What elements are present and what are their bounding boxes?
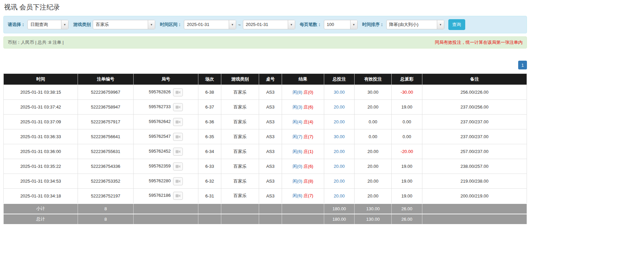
cell-game-type: 百家乐 bbox=[221, 100, 259, 115]
cell-round: 595762733 bbox=[134, 100, 198, 115]
cell-table-no: AS3 bbox=[259, 144, 282, 159]
result-player: 闲(6) bbox=[292, 193, 302, 198]
subtotal-valid-bet: 130.00 bbox=[355, 204, 392, 214]
round-number: 595762826 bbox=[149, 89, 171, 94]
cell-result: 闲(6) 庄(7) bbox=[282, 189, 324, 204]
cell-session: 6-38 bbox=[198, 85, 221, 100]
empty-cell bbox=[259, 214, 282, 224]
cell-payout: -30.00 bbox=[392, 85, 422, 100]
chevron-down-icon[interactable]: ▼ bbox=[148, 20, 155, 29]
cell-remark: 257.00/237.00 bbox=[422, 144, 527, 159]
date-to-input[interactable]: 2025-01-31 ▼ bbox=[243, 20, 295, 29]
video-camera-icon bbox=[175, 105, 180, 109]
empty-cell bbox=[422, 204, 527, 214]
time-sort-select[interactable]: 降幂(由大到小) ▼ bbox=[386, 20, 444, 29]
table-row: 2025-01-31 03:37:09 522236757917 5957626… bbox=[4, 115, 527, 129]
cell-total-bet: 30.00 bbox=[324, 129, 355, 144]
round-number: 595762186 bbox=[149, 193, 171, 198]
query-type-select[interactable]: 日期查询 ▼ bbox=[27, 20, 68, 29]
cell-bet-id: 522236756641 bbox=[78, 129, 134, 144]
total-bet-link[interactable]: 30.00 bbox=[334, 90, 345, 95]
cell-time: 2025-01-31 03:37:09 bbox=[4, 115, 78, 129]
column-header: 场次 bbox=[198, 74, 221, 85]
empty-cell bbox=[422, 214, 527, 224]
total-total-bet: 180.00 bbox=[324, 214, 355, 224]
round-number: 595762547 bbox=[149, 134, 171, 139]
cell-payout: 0.00 bbox=[392, 115, 422, 129]
cell-bet-id: 522236753352 bbox=[78, 174, 134, 189]
chevron-down-icon[interactable]: ▼ bbox=[61, 20, 68, 29]
cell-round: 595762547 bbox=[134, 129, 198, 144]
cell-total-bet: 20.00 bbox=[324, 115, 355, 129]
per-page-select[interactable]: 100 ▼ bbox=[324, 20, 358, 29]
chevron-down-icon[interactable]: ▼ bbox=[229, 20, 236, 29]
video-replay-button[interactable] bbox=[173, 103, 183, 111]
cell-table-no: AS3 bbox=[259, 189, 282, 204]
cell-valid-bet: 0.00 bbox=[355, 129, 392, 144]
cell-session: 6-34 bbox=[198, 144, 221, 159]
cell-valid-bet: 20.00 bbox=[355, 189, 392, 204]
cell-time: 2025-01-31 03:34:53 bbox=[4, 174, 78, 189]
cell-table-no: AS3 bbox=[259, 115, 282, 129]
video-replay-button[interactable] bbox=[173, 118, 183, 126]
result-banker: 庄(0) bbox=[304, 90, 313, 95]
result-player: 闲(8) bbox=[292, 90, 302, 95]
column-header: 有效投注 bbox=[355, 74, 392, 85]
cell-result: 闲(8) 庄(0) bbox=[282, 85, 324, 100]
total-bet-link[interactable]: 20.00 bbox=[334, 164, 345, 169]
time-sort-value: 降幂(由大到小) bbox=[387, 20, 437, 29]
cell-table-no: AS3 bbox=[259, 85, 282, 100]
time-range-label: 时间区间： bbox=[160, 22, 182, 28]
main-container: 请选择： 日期查询 ▼ 游戏类别 百家乐 ▼ 时间区间： 2025-01-31 … bbox=[3, 16, 527, 277]
video-replay-button[interactable] bbox=[173, 192, 183, 200]
game-type-value: 百家乐 bbox=[93, 20, 148, 29]
video-replay-button[interactable] bbox=[173, 162, 183, 171]
grand-total-row: 总计 8 180.00 130.00 26.00 bbox=[4, 214, 527, 224]
page-1-button[interactable]: 1 bbox=[518, 61, 527, 69]
cell-round: 595762642 bbox=[134, 115, 198, 129]
cell-session: 6-35 bbox=[198, 129, 221, 144]
chevron-down-icon[interactable]: ▼ bbox=[350, 20, 357, 29]
game-type-label: 游戏类别 bbox=[73, 22, 91, 28]
cell-table-no: AS3 bbox=[259, 100, 282, 115]
search-button[interactable]: 查询 bbox=[448, 19, 465, 30]
video-replay-button[interactable] bbox=[173, 133, 183, 141]
total-bet-link[interactable]: 20.00 bbox=[334, 104, 345, 110]
video-replay-button[interactable] bbox=[173, 88, 183, 96]
total-bet-link[interactable]: 30.00 bbox=[334, 134, 345, 139]
cell-session: 6-36 bbox=[198, 115, 221, 129]
column-header: 局号 bbox=[134, 74, 198, 85]
cell-payout: 19.00 bbox=[392, 189, 422, 204]
round-number: 595762642 bbox=[149, 119, 171, 124]
chevron-down-icon[interactable]: ▼ bbox=[288, 20, 295, 29]
result-banker: 庄(6) bbox=[304, 164, 313, 169]
result-player: 闲(6) bbox=[292, 149, 302, 154]
cell-bet-id: 522236752197 bbox=[78, 189, 134, 204]
cell-game-type: 百家乐 bbox=[221, 144, 259, 159]
video-camera-icon bbox=[175, 90, 180, 94]
cell-remark: 237.00/256.00 bbox=[422, 100, 527, 115]
cell-result: 闲(6) 庄(1) bbox=[282, 144, 324, 159]
cell-game-type: 百家乐 bbox=[221, 85, 259, 100]
total-bet-link[interactable]: 20.00 bbox=[334, 149, 345, 154]
cell-bet-id: 522236754336 bbox=[78, 159, 134, 174]
total-count: 8 bbox=[78, 214, 134, 224]
total-bet-link[interactable]: 20.00 bbox=[334, 119, 345, 124]
chevron-down-icon[interactable]: ▼ bbox=[437, 20, 444, 29]
date-from-input[interactable]: 2025-01-31 ▼ bbox=[184, 20, 236, 29]
cell-table-no: AS3 bbox=[259, 159, 282, 174]
column-header: 注单编号 bbox=[78, 74, 134, 85]
date-range-separator: ~ bbox=[238, 22, 241, 27]
game-type-select[interactable]: 百家乐 ▼ bbox=[93, 20, 155, 29]
table-row: 2025-01-31 03:35:22 522236754336 5957623… bbox=[4, 159, 527, 174]
empty-cell bbox=[198, 214, 221, 224]
result-player: 闲(0) bbox=[292, 179, 302, 184]
total-bet-link[interactable]: 20.00 bbox=[334, 193, 345, 198]
notice-text: 同局有效投注，统一计算在该局第一张注单内 bbox=[435, 39, 523, 45]
cell-payout: 19.00 bbox=[392, 159, 422, 174]
total-bet-link[interactable]: 20.00 bbox=[334, 179, 345, 184]
video-replay-button[interactable] bbox=[173, 148, 183, 156]
table-row: 2025-01-31 03:36:00 522236755631 5957624… bbox=[4, 144, 527, 159]
video-replay-button[interactable] bbox=[173, 177, 183, 185]
currency-total-text: 币别：人民币 | 总共 :8 注单 | bbox=[8, 39, 64, 45]
